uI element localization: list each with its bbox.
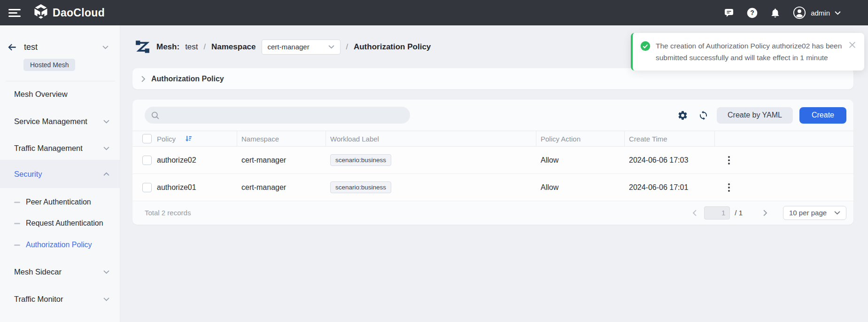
policy-name[interactable]: authorize02 [157, 156, 196, 165]
dash-icon [14, 202, 20, 203]
sidebar-item-security[interactable]: Security [0, 160, 120, 188]
chevron-right-icon [141, 76, 146, 82]
mesh-name: test [24, 42, 38, 52]
search-bar[interactable] [145, 107, 410, 124]
table-row: authorize01 cert-manager scenario:busine… [132, 174, 853, 201]
panel-title: Authorization Policy [151, 75, 224, 83]
chevron-down-icon [834, 211, 840, 215]
sidebar-item-mesh-sidecar[interactable]: Mesh Sidecar [0, 262, 120, 281]
next-page-icon[interactable] [760, 208, 770, 218]
policy-table-card: Create by YAML Create Policy Namespace W… [132, 100, 853, 225]
toast-message: The creation of Authorization Policy aut… [656, 40, 844, 63]
table-toolbar: Create by YAML Create [132, 100, 853, 131]
create-button[interactable]: Create [799, 107, 846, 124]
user-menu[interactable]: admin [793, 6, 841, 19]
column-header-actions [715, 131, 853, 146]
column-header-create-time[interactable]: Create Time [625, 131, 715, 146]
policy-name[interactable]: authorize01 [157, 183, 196, 192]
chevron-down-icon [103, 270, 109, 274]
row-checkbox[interactable] [142, 183, 152, 192]
create-by-yaml-button[interactable]: Create by YAML [717, 107, 793, 124]
namespace-value: cert-manager [268, 43, 310, 51]
workload-label-badge: scenario:business [330, 181, 391, 193]
namespace-select[interactable]: cert-manager [262, 39, 341, 55]
sort-icon[interactable] [185, 135, 192, 142]
sidebar-item-mesh-overview[interactable]: Mesh Overview [0, 85, 120, 103]
sidebar-item-label: Traffic Monitor [14, 295, 63, 304]
topbar: DaoCloud ? [0, 0, 868, 25]
sidebar-item-label: Request Authentication [26, 219, 103, 228]
sidebar-item-label: Traffic Management [14, 144, 83, 153]
total-records-text: Total 2 records [145, 209, 191, 217]
hamburger-menu-icon[interactable] [8, 7, 21, 19]
dash-icon [14, 244, 20, 246]
per-page-select[interactable]: 10 per page [783, 206, 846, 220]
select-all-checkbox[interactable] [142, 134, 152, 143]
sidebar-item-request-authentication[interactable]: Request Authentication [0, 214, 120, 232]
create-time-cell: 2024-06-06 17:03 [625, 147, 715, 173]
success-check-icon [640, 41, 651, 63]
sidebar-item-authorization-policy[interactable]: Authorization Policy [0, 236, 120, 254]
mesh-value[interactable]: test [185, 42, 198, 52]
chevron-down-icon [103, 119, 109, 124]
settings-gear-icon[interactable] [675, 108, 690, 122]
row-actions-kebab-icon[interactable] [723, 181, 735, 194]
sidebar-item-label: Peer Authentication [26, 198, 91, 206]
table-header-row: Policy Namespace Workload Label Policy A… [132, 131, 853, 147]
mesh-icon [135, 39, 150, 54]
sidebar-divider [6, 81, 115, 81]
policy-action-cell: Allow [536, 147, 625, 173]
dash-icon [14, 223, 20, 224]
chevron-down-icon [103, 297, 109, 301]
pagination: / 1 10 per page [690, 206, 846, 220]
breadcrumb-separator: / [346, 43, 348, 51]
create-time-cell: 2024-06-06 17:01 [625, 174, 715, 201]
table-footer: Total 2 records / 1 10 per page [132, 201, 853, 224]
row-actions-kebab-icon[interactable] [723, 154, 735, 166]
page-total: / 1 [735, 209, 743, 217]
chevron-down-icon [328, 45, 334, 49]
policy-action-cell: Allow [536, 174, 625, 201]
namespace-label: Namespace [211, 42, 256, 52]
row-checkbox[interactable] [142, 156, 152, 165]
page-number-input[interactable] [704, 206, 730, 220]
previous-page-icon[interactable] [690, 208, 699, 218]
sidebar-item-label: Authorization Policy [26, 241, 92, 249]
sidebar-item-traffic-management[interactable]: Traffic Management [0, 139, 120, 157]
column-header-workload-label[interactable]: Workload Label [326, 131, 536, 146]
sidebar-item-traffic-monitor[interactable]: Traffic Monitor [0, 290, 120, 308]
sidebar-header: test [0, 39, 120, 55]
refresh-icon[interactable] [696, 108, 710, 122]
sidebar-item-peer-authentication[interactable]: Peer Authentication [0, 193, 120, 211]
sidebar-item-label: Security [14, 170, 42, 179]
column-header-policy[interactable]: Policy [157, 135, 176, 143]
sidebar-item-label: Mesh Overview [14, 90, 68, 99]
brand-logo: DaoCloud [34, 4, 105, 21]
chevron-down-icon [103, 146, 109, 150]
svg-text:?: ? [750, 9, 754, 16]
breadcrumb-separator: / [204, 43, 206, 51]
notifications-bell-icon[interactable] [770, 8, 781, 18]
sidebar-item-label: Service Management [14, 117, 87, 126]
namespace-cell: cert-manager [237, 174, 326, 201]
sidebar-item-service-management[interactable]: Service Management [0, 112, 120, 131]
search-input[interactable] [163, 111, 403, 119]
help-icon[interactable]: ? [747, 8, 758, 18]
search-icon [151, 111, 159, 119]
success-toast: The creation of Authorization Policy aut… [631, 33, 864, 71]
sidebar: test Hosted Mesh Mesh Overview Service M… [0, 25, 120, 322]
namespace-cell: cert-manager [237, 147, 326, 173]
avatar-icon [793, 6, 806, 19]
messages-icon[interactable] [723, 7, 735, 18]
back-arrow-icon[interactable] [7, 42, 17, 53]
mesh-label: Mesh: [156, 42, 179, 52]
per-page-value: 10 per page [789, 209, 827, 217]
column-header-policy-action[interactable]: Policy Action [536, 131, 625, 146]
authorization-policy-panel-header[interactable]: Authorization Policy [132, 68, 853, 89]
close-icon[interactable] [849, 41, 856, 63]
daocloud-cube-icon [34, 4, 48, 21]
chevron-down-icon[interactable] [102, 45, 108, 49]
column-header-namespace[interactable]: Namespace [237, 131, 326, 146]
breadcrumb-current-page: Authorization Policy [354, 42, 431, 52]
user-name: admin [811, 9, 830, 17]
